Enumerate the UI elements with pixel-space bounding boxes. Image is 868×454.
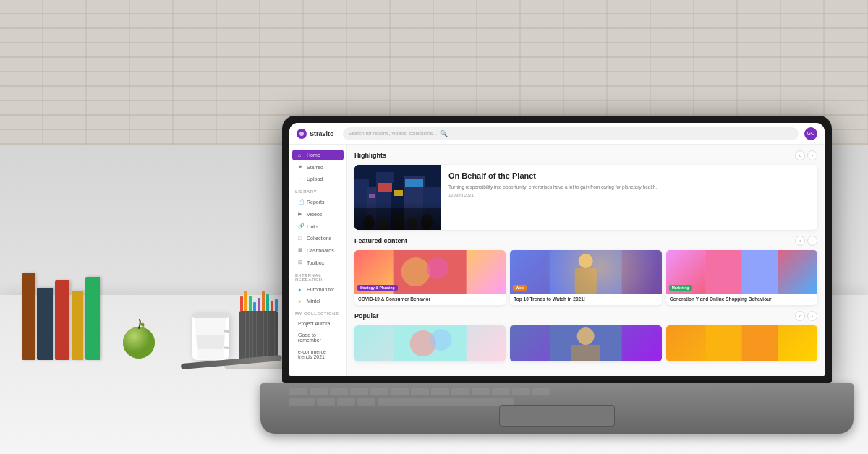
home-icon: ⌂ (298, 153, 304, 158)
search-bar[interactable]: Search for reports, videos, collections.… (343, 127, 799, 140)
sidebar-links-label: Links (307, 224, 318, 229)
popular-card-1[interactable] (354, 325, 506, 361)
pencil-cup (239, 311, 278, 361)
svg-rect-33 (741, 250, 778, 294)
sidebar-item-links[interactable]: 🔗 Links (292, 220, 344, 232)
apple-decoration (119, 314, 159, 361)
highlight-title: On Behalf of the Planet (448, 171, 810, 181)
sidebar-item-home[interactable]: ⌂ Home (292, 150, 344, 160)
featured-header: Featured content ‹ › (354, 236, 817, 246)
laptop-touchpad (499, 405, 615, 427)
featured-prev-arrow[interactable]: ‹ (795, 236, 805, 246)
svg-rect-16 (394, 190, 403, 196)
ecommerce-trends-label: e-commerce trends 2021 (298, 349, 338, 359)
laptop-screen-bezel: Stravito Search for reports, videos, col… (289, 123, 825, 376)
book (22, 273, 35, 360)
highlights-next-arrow[interactable]: › (807, 150, 817, 160)
pencil-cup-decoration (239, 286, 278, 361)
sidebar-item-upload[interactable]: ↑ Upload (292, 174, 344, 184)
svg-rect-54 (532, 388, 550, 395)
featured-next-arrow[interactable]: › (807, 236, 817, 246)
sidebar-item-dashboards[interactable]: ▦ Dashboards (292, 244, 344, 256)
popular-card-1-image (354, 325, 506, 361)
svg-rect-39 (571, 345, 600, 361)
sidebar-item-videos[interactable]: ▶ Videos (292, 208, 344, 220)
pencil (253, 302, 256, 311)
consumer-card-tag: Strategy & Planning (357, 285, 398, 291)
sidebar-item-collections[interactable]: □ Collections (292, 233, 344, 244)
book (37, 288, 53, 360)
laptop: Stravito Search for reports, videos, col… (282, 116, 832, 434)
scene: Stravito Search for reports, videos, col… (0, 0, 868, 454)
external-section-title: EXTERNAL RESEARCH (289, 269, 346, 283)
svg-rect-56 (317, 398, 335, 406)
coffee-cup-decoration (192, 313, 229, 360)
svg-rect-58 (357, 398, 375, 406)
sidebar-item-starred[interactable]: ★ Starred (292, 161, 344, 173)
sidebar-mintel-label: Mintel (307, 299, 320, 304)
card-gen-image: Marketing (666, 250, 817, 294)
highlights-title: Highlights (354, 152, 386, 159)
collections-icon: □ (298, 236, 304, 241)
trends-card-tag: Web (513, 285, 526, 291)
featured-title: Featured content (354, 237, 407, 244)
highlight-description: Turning responsibility into opportunity:… (448, 184, 810, 190)
popular-title: Popular (354, 312, 379, 320)
svg-point-19 (363, 215, 375, 230)
highlights-prev-arrow[interactable]: ‹ (795, 150, 805, 160)
sidebar-item-toolbox[interactable]: ⊞ Toolbox (292, 257, 344, 268)
sidebar-item-home-label: Home (307, 153, 320, 158)
popular-next-arrow[interactable]: › (807, 311, 817, 321)
sidebar-item-good-to-remember[interactable]: Good to remember (292, 330, 344, 346)
svg-point-21 (391, 213, 404, 230)
featured-card-trends[interactable]: Web Top 10 Trends to Watch in 2021! (510, 250, 661, 305)
dashboards-icon: ▦ (298, 247, 304, 253)
book (72, 291, 83, 360)
svg-rect-30 (575, 268, 597, 294)
pencil (262, 291, 265, 312)
card-trends-image: Web (510, 250, 661, 294)
svg-rect-47 (391, 388, 409, 395)
sidebar-item-reports[interactable]: 📄 Reports (292, 196, 344, 207)
sidebar-item-ecommerce-trends[interactable]: e-commerce trends 2021 (292, 346, 344, 362)
highlight-card[interactable]: On Behalf of the Planet Turning responsi… (354, 165, 817, 230)
featured-card-consumer[interactable]: Strategy & Planning COVID-19 & Consumer … (354, 250, 506, 305)
star-icon: ★ (298, 164, 304, 170)
sidebar-videos-label: Videos (307, 212, 322, 217)
search-icon: 🔍 (440, 130, 448, 137)
sidebar-item-euromonitor[interactable]: ● Euromonitor (292, 284, 344, 295)
svg-rect-14 (378, 183, 392, 192)
card-gen-title: Generation Y and Online Shopping Behavio… (670, 296, 814, 302)
links-icon: 🔗 (298, 223, 304, 229)
svg-rect-10 (376, 172, 394, 230)
svg-point-38 (577, 327, 595, 345)
svg-rect-41 (705, 325, 741, 361)
popular-card-3[interactable] (666, 325, 817, 361)
svg-rect-11 (391, 183, 405, 230)
pencil (258, 298, 260, 311)
card-consumer-image: Strategy & Planning (354, 250, 506, 294)
card-consumer-content: COVID-19 & Consumer Behavior (354, 294, 506, 305)
videos-icon: ▶ (298, 211, 304, 217)
featured-card-gen[interactable]: Marketing Generation Y and Online Shoppi… (666, 250, 817, 305)
sidebar-toolbox-label: Toolbox (307, 260, 324, 265)
sidebar-reports-label: Reports (307, 200, 325, 205)
highlight-date: 12 April 2021 (448, 193, 810, 197)
sidebar-item-mintel[interactable]: ● Mintel (292, 296, 344, 307)
popular-card-2[interactable] (510, 325, 661, 361)
popular-prev-arrow[interactable]: ‹ (795, 311, 805, 321)
svg-rect-51 (472, 388, 490, 395)
sidebar-item-starred-label: Starred (307, 165, 323, 170)
svg-rect-45 (350, 388, 368, 395)
highlights-nav-arrows: ‹ › (795, 150, 817, 160)
toolbox-icon: ⊞ (298, 260, 304, 265)
book (55, 280, 69, 360)
sidebar-item-project-aurora[interactable]: Project Aurora (292, 318, 344, 329)
user-avatar[interactable]: GO (804, 127, 817, 140)
svg-rect-18 (354, 208, 441, 230)
pencil (240, 296, 243, 311)
pencil (266, 294, 269, 311)
svg-rect-53 (512, 388, 530, 395)
card-trends-content: Top 10 Trends to Watch in 2021! (510, 294, 661, 305)
featured-grid: Strategy & Planning COVID-19 & Consumer … (354, 250, 817, 305)
